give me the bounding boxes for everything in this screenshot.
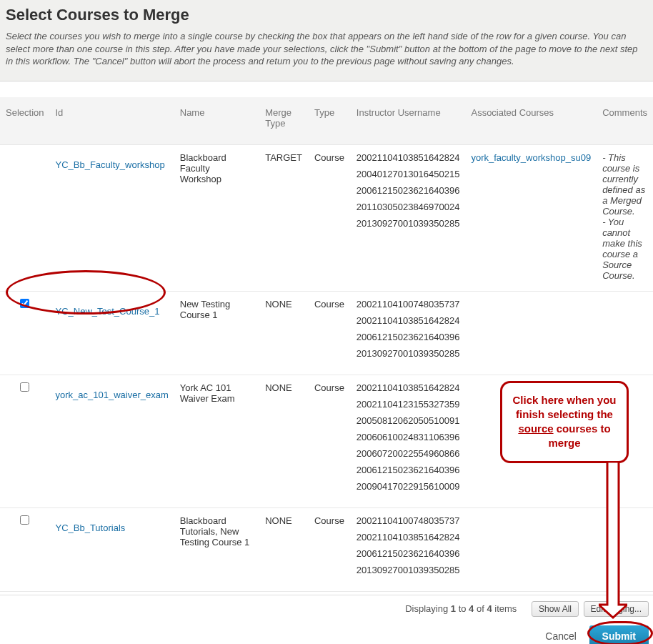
instructor-username: 20061215023621640396 — [357, 185, 460, 196]
cancel-button[interactable]: Cancel — [545, 630, 577, 642]
instructor-username: 20130927001039350285 — [357, 565, 460, 575]
course-id-link[interactable]: YC_Bb_Faculty_workshop — [55, 159, 164, 170]
col-type: Type — [309, 97, 351, 145]
assoc-cell — [465, 507, 597, 591]
row-checkbox[interactable] — [20, 515, 29, 525]
instructor-username: 20060610024831106396 — [357, 432, 460, 442]
row-checkbox[interactable] — [20, 299, 29, 308]
instructor-username: 20090417022915610009 — [357, 481, 460, 492]
table-row: YC_Bb_TutorialsBlackboard Tutorials, New… — [0, 507, 653, 591]
assoc-course-link[interactable]: york_faculty_workshop_su09 — [471, 152, 591, 163]
comment-cell: - This course is currently defined as a … — [597, 144, 653, 291]
instructor-username: 20021104100748035737 — [357, 299, 460, 309]
paging-bar: Displaying 1 to 4 of 4 items Show All Ed… — [0, 595, 653, 620]
course-id-link[interactable]: york_ac_101_waiver_exam — [55, 390, 168, 400]
col-instructor: Instructor Username — [351, 97, 466, 145]
id-cell: YC_New_Test_Course_1 — [49, 291, 174, 375]
id-cell: YC_Bb_Faculty_workshop — [49, 144, 174, 291]
table-row: YC_Bb_Faculty_workshopBlackboard Faculty… — [0, 144, 653, 291]
show-all-button[interactable]: Show All — [532, 601, 579, 617]
course-id-link[interactable]: YC_Bb_Tutorials — [55, 522, 125, 533]
selection-cell — [0, 291, 49, 375]
instructor-username: 20130927001039350285 — [357, 348, 460, 359]
instructor-username: 20021104103851642824 — [357, 382, 460, 393]
merge-type-cell: NONE — [259, 507, 309, 591]
row-checkbox[interactable] — [20, 382, 29, 392]
type-cell: Course — [309, 507, 351, 591]
name-cell: Blackboard Tutorials, New Testing Course… — [174, 507, 259, 591]
annotation-callout: Click here when you finish selecting the… — [500, 381, 629, 463]
edit-paging-button[interactable]: Edit Paging... — [584, 601, 649, 617]
col-merge-type: Merge Type — [259, 97, 309, 145]
instructor-username: 20021104103851642824 — [357, 315, 460, 326]
courses-table: Selection Id Name Merge Type Type Instru… — [0, 97, 653, 592]
selection-cell — [0, 375, 49, 507]
instructor-cell: 2002110410074803573720021104103851642824… — [351, 291, 466, 375]
submit-button[interactable]: Submit — [589, 625, 649, 644]
name-cell: New Testing Course 1 — [174, 291, 259, 375]
instructor-username: 20040127013016450215 — [357, 169, 460, 179]
courses-table-wrap: Selection Id Name Merge Type Type Instru… — [0, 97, 653, 592]
name-cell: Blackboard Faculty Workshop — [174, 144, 259, 291]
merge-type-cell: TARGET — [259, 144, 309, 291]
selection-cell — [0, 144, 49, 291]
name-cell: York AC 101 Waiver Exam — [174, 375, 259, 507]
instructor-username: 20110305023846970024 — [357, 202, 460, 212]
id-cell: YC_Bb_Tutorials — [49, 507, 174, 591]
header-row: Selection Id Name Merge Type Type Instru… — [0, 97, 653, 145]
selection-cell — [0, 507, 49, 591]
merge-type-cell: NONE — [259, 375, 309, 507]
id-cell: york_ac_101_waiver_exam — [49, 375, 174, 507]
page-description: Select the courses you wish to merge int… — [6, 30, 647, 68]
comment-cell — [597, 507, 653, 591]
assoc-cell — [465, 291, 597, 375]
instructor-username: 20061215023621640396 — [357, 465, 460, 475]
action-row: Cancel Submit — [0, 620, 653, 644]
instructor-cell: 2002110410385164282420040127013016450215… — [351, 144, 466, 291]
instructor-username: 20021104123155327359 — [357, 399, 460, 410]
col-assoc: Associated Courses — [465, 97, 597, 145]
comment-cell — [597, 291, 653, 375]
instructor-username: 20021104100748035737 — [357, 515, 460, 526]
table-row: YC_New_Test_Course_1New Testing Course 1… — [0, 291, 653, 375]
page-header: Select Courses to Merge Select the cours… — [0, 0, 653, 81]
merge-type-cell: NONE — [259, 291, 309, 375]
instructor-username: 20130927001039350285 — [357, 218, 460, 229]
col-name: Name — [174, 97, 259, 145]
instructor-username: 20050812062050510091 — [357, 415, 460, 426]
instructor-username: 20021104103851642824 — [357, 532, 460, 543]
type-cell: Course — [309, 375, 351, 507]
type-cell: Course — [309, 291, 351, 375]
assoc-cell: york_faculty_workshop_su09 — [465, 144, 597, 291]
table-body: YC_Bb_Faculty_workshopBlackboard Faculty… — [0, 144, 653, 591]
instructor-username: 20061215023621640396 — [357, 332, 460, 342]
col-selection: Selection — [0, 97, 49, 145]
page-title: Select Courses to Merge — [6, 6, 647, 24]
paging-text: Displaying 1 to 4 of 4 items — [405, 603, 519, 614]
col-comments: Comments — [597, 97, 653, 145]
instructor-cell: 2002110410074803573720021104103851642824… — [351, 507, 466, 591]
instructor-username: 20021104103851642824 — [357, 152, 460, 163]
instructor-username: 20061215023621640396 — [357, 548, 460, 559]
instructor-username: 20060720022554960866 — [357, 448, 460, 459]
col-id: Id — [49, 97, 174, 145]
type-cell: Course — [309, 144, 351, 291]
instructor-cell: 2002110410385164282420021104123155327359… — [351, 375, 466, 507]
course-id-link[interactable]: YC_New_Test_Course_1 — [55, 306, 159, 317]
